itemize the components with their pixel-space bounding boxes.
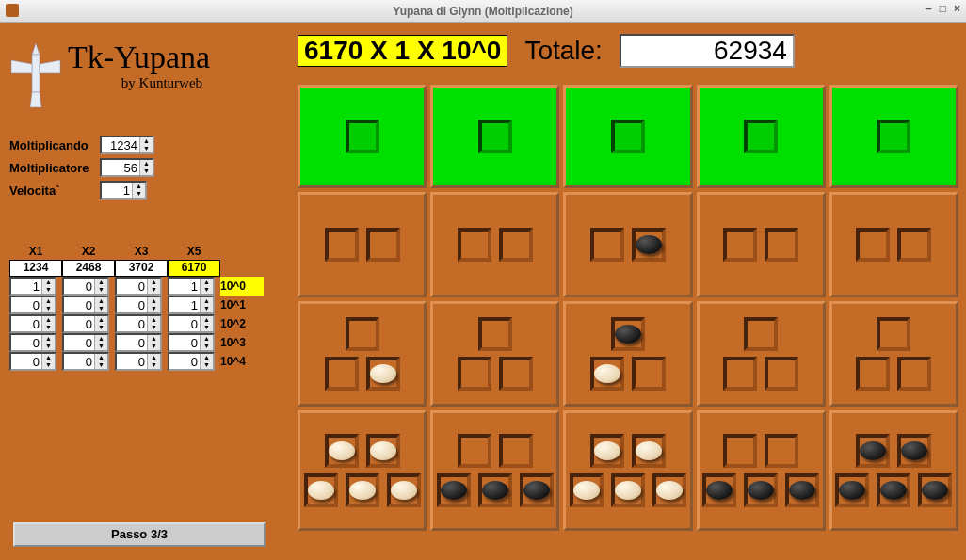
down-arrow-icon[interactable]: ▼ — [201, 305, 213, 312]
passo-button[interactable]: Passo 3/3 — [13, 522, 266, 547]
board-cell[interactable] — [298, 192, 427, 297]
down-arrow-icon[interactable]: ▼ — [133, 190, 145, 198]
board-slot[interactable] — [366, 357, 400, 391]
board-slot[interactable] — [897, 434, 931, 468]
board-slot[interactable] — [723, 357, 757, 391]
up-arrow-icon[interactable]: ▲ — [95, 335, 107, 343]
up-arrow-icon[interactable]: ▲ — [201, 297, 213, 305]
up-arrow-icon[interactable]: ▲ — [140, 137, 153, 145]
board-cell[interactable] — [829, 192, 958, 297]
down-arrow-icon[interactable]: ▼ — [95, 324, 107, 331]
board-slot[interactable] — [877, 317, 910, 351]
board-slot[interactable] — [366, 434, 400, 468]
board-slot[interactable] — [458, 228, 491, 262]
matrix-cell-input[interactable] — [117, 316, 147, 331]
board-slot[interactable] — [918, 473, 952, 507]
matrix-cell-stepper[interactable]: ▲▼ — [9, 333, 56, 352]
board-slot[interactable] — [520, 473, 554, 507]
board-cell[interactable] — [430, 301, 559, 407]
board-cell[interactable] — [563, 410, 692, 531]
down-arrow-icon[interactable]: ▼ — [95, 361, 107, 369]
board-cell[interactable] — [298, 301, 427, 407]
matrix-cell-stepper[interactable]: ▲▼ — [62, 314, 109, 333]
matrix-cell-stepper[interactable]: ▲▼ — [168, 333, 215, 352]
up-arrow-icon[interactable]: ▲ — [95, 354, 107, 361]
matrix-cell-input[interactable] — [11, 354, 41, 369]
down-arrow-icon[interactable]: ▼ — [201, 343, 213, 350]
board-cell[interactable] — [430, 85, 559, 188]
up-arrow-icon[interactable]: ▲ — [201, 316, 213, 324]
down-arrow-icon[interactable]: ▼ — [201, 286, 213, 294]
board-slot[interactable] — [325, 357, 359, 391]
board-slot[interactable] — [897, 228, 931, 262]
close-button[interactable]: × — [954, 2, 960, 15]
board-slot[interactable] — [590, 434, 624, 468]
moltiplicatore-stepper[interactable]: ▲▼ — [100, 158, 154, 177]
board-slot[interactable] — [590, 357, 624, 391]
matrix-cell-input[interactable] — [64, 354, 94, 369]
board-slot[interactable] — [499, 434, 533, 468]
matrix-cell-input[interactable] — [169, 297, 200, 312]
down-arrow-icon[interactable]: ▼ — [201, 324, 213, 331]
matrix-cell-input[interactable] — [64, 335, 94, 350]
down-arrow-icon[interactable]: ▼ — [201, 361, 213, 369]
matrix-cell-input[interactable] — [117, 297, 147, 312]
board-slot[interactable] — [856, 357, 890, 391]
up-arrow-icon[interactable]: ▲ — [42, 297, 55, 305]
board-slot[interactable] — [304, 473, 338, 507]
up-arrow-icon[interactable]: ▲ — [201, 335, 213, 343]
matrix-cell-stepper[interactable]: ▲▼ — [168, 352, 215, 371]
board-cell[interactable] — [298, 410, 427, 531]
board-slot[interactable] — [387, 473, 421, 507]
up-arrow-icon[interactable]: ▲ — [140, 160, 153, 168]
down-arrow-icon[interactable]: ▼ — [42, 361, 55, 369]
down-arrow-icon[interactable]: ▼ — [42, 305, 55, 312]
board-slot[interactable] — [632, 228, 666, 262]
up-arrow-icon[interactable]: ▲ — [42, 316, 55, 324]
board-slot[interactable] — [478, 473, 512, 507]
maximize-button[interactable]: □ — [940, 2, 946, 15]
down-arrow-icon[interactable]: ▼ — [148, 324, 160, 331]
board-cell[interactable] — [563, 301, 692, 407]
matrix-cell-stepper[interactable]: ▲▼ — [62, 277, 109, 296]
board-slot[interactable] — [765, 357, 798, 391]
up-arrow-icon[interactable]: ▲ — [148, 354, 160, 361]
down-arrow-icon[interactable]: ▼ — [140, 168, 153, 175]
board-cell[interactable] — [697, 192, 826, 297]
up-arrow-icon[interactable]: ▲ — [201, 354, 213, 361]
matrix-cell-input[interactable] — [117, 335, 147, 350]
up-arrow-icon[interactable]: ▲ — [148, 297, 160, 305]
down-arrow-icon[interactable]: ▼ — [140, 145, 153, 152]
board-slot[interactable] — [744, 120, 778, 153]
down-arrow-icon[interactable]: ▼ — [42, 286, 55, 294]
board-slot[interactable] — [346, 120, 379, 153]
matrix-cell-stepper[interactable]: ▲▼ — [9, 314, 56, 333]
matrix-cell-input[interactable] — [11, 297, 41, 312]
board-slot[interactable] — [325, 434, 359, 468]
matrix-cell-stepper[interactable]: ▲▼ — [115, 333, 162, 352]
down-arrow-icon[interactable]: ▼ — [42, 324, 55, 331]
down-arrow-icon[interactable]: ▼ — [95, 305, 107, 312]
board-slot[interactable] — [765, 228, 798, 262]
down-arrow-icon[interactable]: ▼ — [42, 343, 55, 350]
board-slot[interactable] — [877, 473, 910, 507]
matrix-cell-input[interactable] — [117, 279, 147, 294]
matrix-cell-stepper[interactable]: ▲▼ — [168, 314, 215, 333]
down-arrow-icon[interactable]: ▼ — [148, 343, 160, 350]
board-slot[interactable] — [611, 317, 645, 351]
minimize-button[interactable]: – — [926, 2, 932, 15]
board-slot[interactable] — [877, 120, 910, 153]
board-cell[interactable] — [829, 301, 958, 407]
board-slot[interactable] — [346, 317, 379, 351]
moltiplicando-stepper[interactable]: ▲▼ — [100, 136, 154, 154]
down-arrow-icon[interactable]: ▼ — [95, 286, 107, 294]
down-arrow-icon[interactable]: ▼ — [95, 343, 107, 350]
matrix-cell-stepper[interactable]: ▲▼ — [9, 277, 56, 296]
matrix-cell-stepper[interactable]: ▲▼ — [9, 296, 56, 314]
up-arrow-icon[interactable]: ▲ — [148, 335, 160, 343]
up-arrow-icon[interactable]: ▲ — [133, 183, 145, 190]
board-cell[interactable] — [563, 192, 692, 297]
down-arrow-icon[interactable]: ▼ — [148, 361, 160, 369]
velocita-stepper[interactable]: ▲▼ — [100, 181, 147, 200]
board-slot[interactable] — [366, 228, 400, 262]
